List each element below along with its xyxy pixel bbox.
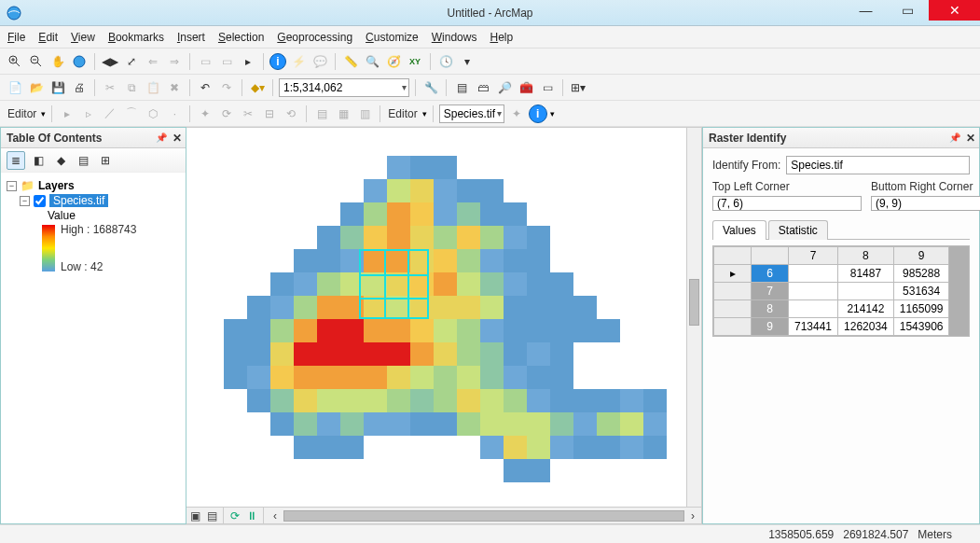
time-slider-icon[interactable]: 🕓 [436, 52, 455, 71]
map-view[interactable]: ▣ ▤ ⟳ ⏸ ‹ › [186, 127, 702, 524]
zoom-out-icon[interactable] [27, 52, 46, 71]
cut-icon[interactable]: ✂ [101, 78, 119, 97]
create-features-icon[interactable]: ▥ [355, 104, 374, 123]
menu-geoprocessing[interactable]: Geoprocessing [277, 31, 352, 44]
fixed-zoom-out-icon[interactable]: ⤢ [122, 52, 141, 71]
data-view-icon[interactable]: ▣ [186, 508, 203, 523]
layout-view-icon[interactable]: ▤ [203, 508, 220, 523]
rotate-icon[interactable]: ⟲ [282, 104, 300, 123]
list-by-visibility-icon[interactable]: ◆ [51, 151, 70, 170]
select-elements-icon[interactable]: ▸ [239, 52, 257, 71]
layer-species[interactable]: Species.tif [49, 194, 108, 207]
edit-annotation-icon[interactable]: ▹ [79, 104, 98, 123]
scroll-left-icon[interactable]: ‹ [267, 508, 283, 523]
forward-icon[interactable]: ⇒ [165, 52, 184, 71]
edit-vertices-icon[interactable]: ✦ [196, 104, 214, 123]
editor-toolbar-icon[interactable]: 🔧 [421, 78, 440, 97]
tl-input[interactable] [712, 196, 862, 211]
menu-edit[interactable]: Edit [38, 31, 58, 44]
layer-dropdown[interactable]: Species.tif▾ [439, 104, 504, 123]
scrollbar-vertical[interactable] [686, 128, 701, 507]
minimize-button[interactable]: — [845, 0, 887, 21]
menu-selection[interactable]: Selection [218, 31, 264, 44]
menu-windows[interactable]: Windows [432, 31, 477, 44]
new-icon[interactable]: 📄 [6, 78, 24, 97]
map-scale-dropdown[interactable]: 1:5,314,062▾ [279, 78, 409, 97]
save-icon[interactable]: 💾 [48, 78, 67, 97]
trace-icon[interactable]: ⬡ [144, 104, 162, 123]
tab-values[interactable]: Values [712, 220, 766, 240]
tree-toggle[interactable]: − [20, 196, 30, 206]
python-icon[interactable]: ▭ [538, 78, 557, 97]
arc-segment-icon[interactable]: ⌒ [122, 104, 141, 123]
pin-icon[interactable]: 📌 [156, 132, 167, 143]
menu-view[interactable]: View [71, 31, 95, 44]
undo-icon[interactable]: ↶ [196, 78, 214, 97]
refresh-icon[interactable]: ⟳ [227, 508, 243, 523]
full-extent-icon[interactable] [70, 52, 89, 71]
add-data-icon[interactable]: ◆▾ [248, 78, 267, 97]
print-icon[interactable]: 🖨 [70, 78, 89, 97]
find-route-icon[interactable]: 🧭 [384, 52, 403, 71]
pin-icon[interactable]: 📌 [949, 132, 960, 143]
pause-icon[interactable]: ⏸ [243, 508, 260, 523]
identify-icon[interactable]: i [269, 53, 286, 70]
cut-polygons-icon[interactable]: ✂ [239, 104, 257, 123]
redo-icon[interactable]: ↷ [217, 78, 236, 97]
close-panel-icon[interactable]: ✕ [173, 132, 182, 145]
maximize-button[interactable]: ▭ [887, 0, 929, 21]
fixed-zoom-in-icon[interactable]: ◀▶ [101, 52, 119, 71]
find-icon[interactable]: 🔍 [363, 52, 381, 71]
paste-icon[interactable]: 📋 [144, 78, 162, 97]
identify-from-input[interactable] [786, 156, 970, 174]
list-by-drawing-order-icon[interactable]: ≣ [7, 151, 25, 170]
select-features-icon[interactable]: ▭ [196, 52, 214, 71]
toc-icon[interactable]: ▤ [452, 78, 471, 97]
sketch-properties-icon[interactable]: ▦ [334, 104, 352, 123]
tree-toggle[interactable]: − [7, 181, 17, 191]
goto-xy-icon[interactable]: XY [406, 52, 424, 71]
tab-statistic[interactable]: Statistic [768, 220, 828, 240]
reshape-icon[interactable]: ⟳ [217, 104, 236, 123]
editor-label: Editor [7, 107, 36, 120]
copy-icon[interactable]: ⧉ [122, 78, 141, 97]
pan-icon[interactable]: ✋ [48, 52, 67, 71]
scroll-right-icon[interactable]: › [684, 508, 701, 523]
menu-insert[interactable]: Insert [177, 31, 205, 44]
open-icon[interactable]: 📂 [27, 78, 46, 97]
arctoolbox-icon[interactable]: 🧰 [517, 78, 535, 97]
layers-root[interactable]: Layers [38, 179, 75, 192]
back-icon[interactable]: ⇐ [144, 52, 162, 71]
html-popup-icon[interactable]: 💬 [311, 52, 329, 71]
toc-header: Table Of Contents 📌 ✕ [1, 128, 186, 148]
edit-tool-icon[interactable]: ▸ [58, 104, 76, 123]
point-icon[interactable]: · [165, 104, 184, 123]
close-button[interactable]: ✕ [929, 0, 980, 21]
catalog-icon[interactable]: 🗃 [474, 78, 492, 97]
raster-identify-icon[interactable]: i [529, 104, 547, 123]
straight-segment-icon[interactable]: ／ [101, 104, 119, 123]
menu-help[interactable]: Help [490, 31, 513, 44]
search-icon[interactable]: 🔎 [495, 78, 514, 97]
menu-bookmarks[interactable]: Bookmarks [108, 31, 164, 44]
menu-customize[interactable]: Customize [366, 31, 419, 44]
layer-visibility-checkbox[interactable] [34, 195, 46, 207]
attributes-icon[interactable]: ▤ [312, 104, 331, 123]
delete-icon[interactable]: ✖ [165, 78, 184, 97]
hyperlink-icon[interactable]: ⚡ [289, 52, 308, 71]
split-icon[interactable]: ⊟ [260, 104, 279, 123]
options-icon[interactable]: ⊞ [96, 151, 115, 170]
br-input[interactable] [871, 196, 980, 211]
menu-file[interactable]: File [7, 31, 25, 44]
clear-selection-icon[interactable]: ▭ [217, 52, 236, 71]
create-viewer-icon[interactable]: ▾ [458, 52, 476, 71]
measure-icon[interactable]: 📏 [341, 52, 360, 71]
list-by-selection-icon[interactable]: ▤ [74, 151, 92, 170]
close-panel-icon[interactable]: ✕ [966, 132, 975, 145]
raster-identify-panel: Raster Identify 📌 ✕ Identify From: Top L… [702, 127, 980, 524]
scrollbar-horizontal[interactable] [283, 508, 684, 523]
zoom-in-icon[interactable] [6, 52, 24, 71]
tool-icon[interactable]: ✦ [507, 104, 526, 123]
model-builder-icon[interactable]: ⊞▾ [569, 78, 587, 97]
list-by-source-icon[interactable]: ◧ [29, 151, 48, 170]
